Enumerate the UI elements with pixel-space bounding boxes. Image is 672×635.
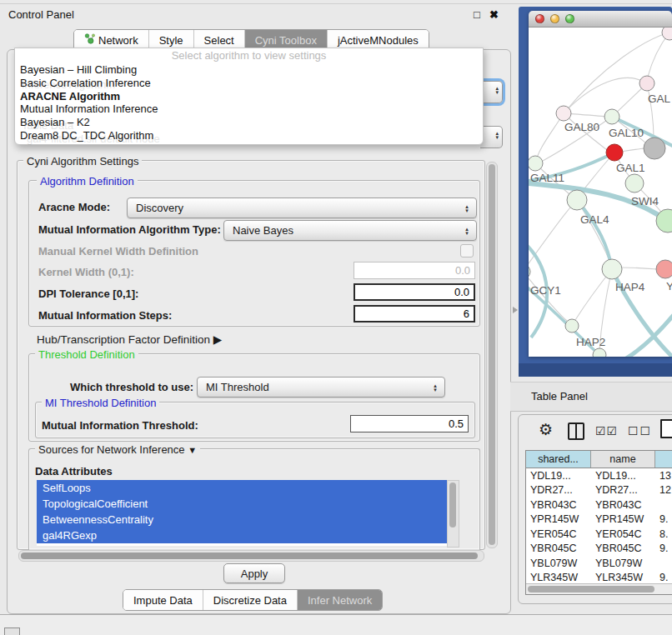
network-node-hap2[interactable]	[565, 319, 579, 332]
tab-impute-data[interactable]: Impute Data	[123, 590, 203, 610]
attribute-item[interactable]: BetweennessCentrality	[37, 512, 447, 528]
checked-boxes-icon[interactable]: ☑☑	[595, 424, 618, 438]
combo-steppers-icon: ▴▾	[495, 86, 499, 94]
column-header-2[interactable]	[655, 451, 672, 468]
table-cell: YDR27...	[591, 484, 655, 496]
splitter-handle-icon[interactable]	[513, 307, 518, 313]
network-node-gcy1[interactable]	[529, 264, 530, 279]
attributes-list-scrollbar[interactable]	[447, 480, 459, 548]
close-panel-icon[interactable]: ✖	[489, 8, 499, 21]
network-graph: GALGAL80GAL10GAL1GAL11SWI4GAL4HAP4YGCY1H…	[529, 28, 672, 357]
gear-icon[interactable]: ⚙	[539, 420, 553, 439]
network-node-gal10[interactable]	[604, 109, 619, 124]
document-icon[interactable]	[660, 419, 672, 438]
network-edge[interactable]	[529, 208, 570, 272]
table-horizontal-scrollbar[interactable]	[526, 583, 672, 594]
zoom-window-icon[interactable]	[565, 14, 574, 23]
algorithm-option[interactable]: Mutual Information Inference	[15, 102, 483, 116]
aracne-mode-combo[interactable]: Discovery ▴▾	[127, 198, 477, 218]
network-edge[interactable]	[577, 200, 612, 269]
mi-algorithm-type-combo[interactable]: Naive Bayes ▴▾	[223, 220, 477, 241]
network-canvas[interactable]: GALGAL80GAL10GAL1GAL11SWI4GAL4HAP4YGCY1H…	[529, 28, 672, 357]
apply-button[interactable]: Apply	[223, 563, 285, 583]
settings-vertical-scrollbar[interactable]	[486, 162, 498, 548]
network-node-hap4[interactable]	[602, 259, 622, 279]
sources-group-title[interactable]: Sources for Network Inference ▼	[35, 443, 200, 456]
algorithm-option[interactable]: Bayesian – Hill Climbing	[15, 63, 483, 77]
table-data-combo-edge[interactable]: ▴▾	[480, 126, 503, 148]
column-header-shared[interactable]: shared...	[526, 451, 591, 468]
network-edge[interactable]	[535, 113, 564, 163]
table-row[interactable]: YBR043CYBR043C	[526, 498, 672, 512]
table-row[interactable]: YBR045CYBR045C9.	[526, 542, 672, 557]
mi-steps-field[interactable]	[354, 305, 475, 322]
algorithm-option[interactable]: Dream8 DC_TDC Algorithm	[15, 129, 483, 142]
hub-definition-toggle[interactable]: Hub/Transcription Factor Definition ▶	[37, 332, 222, 346]
mi-threshold-field[interactable]	[350, 415, 469, 432]
mi-threshold-label: Mutual Information Threshold:	[42, 419, 198, 432]
network-window-titlebar[interactable]	[529, 11, 672, 28]
combo-steppers-icon: ▴▾	[460, 227, 476, 235]
unchecked-boxes-icon[interactable]: ☐☐	[628, 424, 652, 438]
network-node-gal80[interactable]	[556, 106, 571, 121]
network-node-y[interactable]	[656, 260, 672, 278]
kernel-width-label: Kernel Width (0,1):	[38, 266, 134, 278]
dpi-tolerance-field[interactable]	[354, 283, 475, 301]
minimize-window-icon[interactable]	[550, 14, 559, 23]
manual-kernel-label: Manual Kernel Width Definition	[38, 245, 198, 258]
split-columns-icon[interactable]	[568, 422, 584, 440]
table-row[interactable]: YBL079WYBL079W	[526, 556, 672, 571]
table-cell: 9.	[655, 572, 672, 583]
table-cell: YBR045C	[526, 542, 591, 554]
cyni-mode-tabs: Impute DataDiscretize DataInfer Network	[123, 589, 383, 611]
combo-steppers-icon: ▴▾	[460, 204, 476, 212]
kernel-width-field[interactable]	[354, 262, 475, 279]
algorithm-option[interactable]: Basic Correlation Inference	[15, 77, 483, 90]
inference-algorithm-combo-edge[interactable]: ▴▾	[480, 81, 503, 103]
close-window-icon[interactable]	[535, 14, 544, 23]
table-cell: YBR043C	[591, 499, 655, 511]
network-node-swi4[interactable]	[625, 174, 644, 192]
node-label: GCY1	[530, 284, 561, 297]
network-node-gal11[interactable]	[529, 156, 543, 171]
table-row[interactable]: YDL19...YDL19...13	[526, 468, 672, 483]
attribute-item[interactable]: SelfLoops	[37, 480, 447, 496]
table-cell: 13	[655, 470, 672, 482]
node-label: GAL1	[616, 162, 645, 174]
mi-threshold-group-title: MI Threshold Definition	[42, 397, 159, 409]
network-edge[interactable]	[621, 268, 657, 269]
tab-infer-network[interactable]: Infer Network	[298, 590, 382, 610]
collapse-down-icon: ▼	[188, 445, 197, 455]
network-node[interactable]	[644, 138, 665, 159]
table-panel-title: Table Panel	[531, 390, 588, 402]
network-node-gal[interactable]	[639, 76, 654, 91]
settings-horizontal-scrollbar[interactable]	[18, 550, 484, 562]
threshold-definition-title: Threshold Definition	[35, 348, 138, 361]
manual-kernel-checkbox[interactable]	[460, 244, 474, 258]
network-node-gal4[interactable]	[567, 190, 587, 210]
table-row[interactable]: YDR27...YDR27...12	[526, 483, 672, 498]
algorithm-option[interactable]: Bayesian – K2	[15, 116, 483, 129]
attribute-item[interactable]: TopologicalCoefficient	[37, 496, 447, 512]
node-label: GAL80	[564, 121, 599, 133]
data-attributes-label: Data Attributes	[35, 465, 113, 478]
column-header-name[interactable]: name	[591, 451, 655, 468]
algorithm-dropdown-hint: Select algorithm to view settings	[15, 48, 483, 63]
attribute-item[interactable]: gal4RGexp	[37, 528, 447, 543]
which-threshold-combo[interactable]: MI Threshold ▴▾	[197, 377, 445, 398]
tab-discretize-data[interactable]: Discretize Data	[203, 590, 298, 610]
algorithm-option[interactable]: ARACNE Algorithm	[15, 90, 483, 103]
network-window: GALGAL80GAL10GAL1GAL11SWI4GAL4HAP4YGCY1H…	[529, 11, 672, 357]
table-body: YDL19...YDL19...13YDR27...YDR27...12YBR0…	[526, 468, 672, 595]
float-panel-icon[interactable]: □	[474, 8, 480, 21]
network-node-gal1[interactable]	[606, 144, 623, 161]
table-row[interactable]: YPR145WYPR145W9.	[526, 512, 672, 528]
bottom-strip	[0, 615, 672, 635]
dpi-tolerance-label: DPI Tolerance [0,1]:	[38, 288, 138, 300]
table-cell: YPR145W	[526, 513, 591, 525]
network-edge[interactable]	[647, 83, 654, 138]
data-attributes-list[interactable]: SelfLoopsTopologicalCoefficientBetweenne…	[37, 480, 447, 546]
network-node[interactable]	[662, 28, 672, 40]
collapsed-panel-icon[interactable]	[4, 628, 20, 635]
table-row[interactable]: YER054CYER054C8.	[526, 527, 672, 542]
